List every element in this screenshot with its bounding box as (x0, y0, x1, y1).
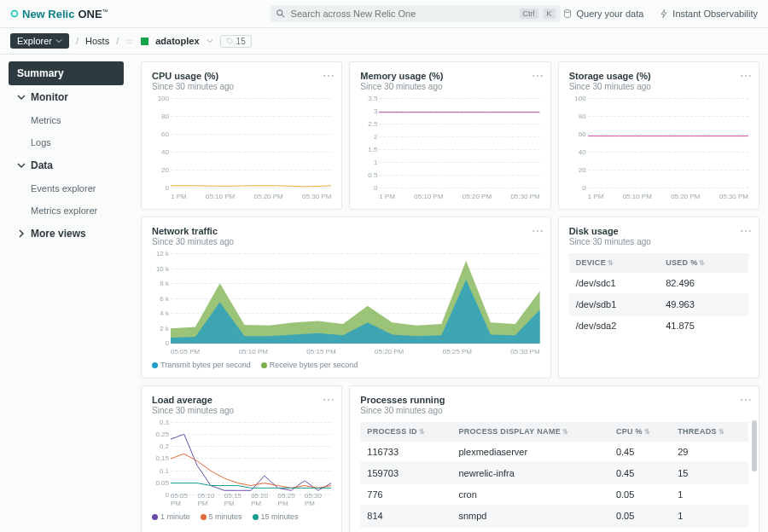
sidebar-item-more-views[interactable]: More views (9, 222, 124, 246)
instant-observability-link[interactable]: Instant Observability (659, 9, 758, 19)
sort-icon: ⇅ (608, 259, 614, 267)
sidebar-label: Data (31, 159, 53, 171)
crumb-hosts[interactable]: Hosts (85, 36, 109, 46)
sidebar-item-summary[interactable]: Summary (9, 61, 124, 85)
search-icon (276, 9, 286, 19)
table-scrollbar[interactable] (752, 420, 757, 471)
star-icon[interactable]: ☆ (125, 36, 134, 47)
legend-label: 5 minutes (209, 512, 242, 521)
col-threads[interactable]: THREADS⇅ (671, 422, 748, 442)
table-row[interactable]: 116793Plex Script Hos0.0512 (360, 527, 748, 533)
load-legend: 1 minute 5 minutes 15 minutes (152, 512, 331, 521)
cell-name: Plex Script Hos (451, 527, 608, 533)
logo-brand: New Relic (22, 8, 74, 20)
tags-button[interactable]: 15 (220, 35, 252, 48)
cell-device: /dev/sdb1 (569, 294, 659, 315)
main-content: ⋯ CPU usage (%) Since 30 minutes ago 100… (132, 55, 768, 532)
logo-icon (10, 9, 19, 18)
cell-pid: 116733 (360, 442, 451, 463)
card-subtitle: Since 30 minutes ago (152, 82, 331, 91)
svg-point-1 (276, 10, 282, 15)
cell-cpu: 0.05 (609, 527, 671, 533)
legend-label: Transmit bytes per second (160, 361, 251, 369)
sidebar-label: Summary (17, 67, 64, 79)
cell-threads: 15 (671, 463, 748, 484)
col-used[interactable]: USED %⇅ (659, 253, 748, 273)
logo[interactable]: New Relic ONE™ (10, 8, 108, 20)
storage-chart[interactable]: 1008060402001 PM05:10 PM05:20 PM05:30 PM (569, 98, 748, 200)
svg-point-0 (12, 11, 18, 17)
card-cpu-usage: ⋯ CPU usage (%) Since 30 minutes ago 100… (141, 61, 342, 210)
memory-chart[interactable]: 3.532.521.510.501 PM05:10 PM05:20 PM05:3… (360, 98, 539, 200)
table-row[interactable]: /dev/sdc182.496 (569, 273, 748, 294)
card-menu-button[interactable]: ⋯ (740, 69, 752, 83)
cell-threads: 12 (671, 527, 748, 533)
card-subtitle: Since 30 minutes ago (360, 82, 539, 91)
tag-count: 15 (236, 37, 246, 46)
status-square-icon (141, 38, 148, 45)
sidebar-label: Events explorer (31, 183, 96, 194)
legend-label: 15 minutes (261, 512, 299, 521)
card-menu-button[interactable]: ⋯ (532, 224, 544, 238)
sort-icon: ⇅ (419, 428, 426, 436)
global-search[interactable]: Ctrl K (271, 5, 561, 22)
table-row[interactable]: 116733plexmediaserver0.4529 (360, 442, 748, 463)
card-title: Processes running (360, 395, 748, 405)
card-title: CPU usage (%) (152, 71, 331, 81)
table-row[interactable]: 814snmpd0.051 (360, 506, 748, 527)
card-menu-button[interactable]: ⋯ (740, 224, 752, 238)
crumb-hostname[interactable]: adatoplex (155, 36, 199, 46)
table-row[interactable]: /dev/sdb149.963 (569, 294, 748, 315)
table-row[interactable]: 776cron0.051 (360, 484, 748, 506)
card-menu-button[interactable]: ⋯ (323, 69, 335, 83)
cell-device: /dev/sdc1 (569, 273, 659, 294)
col-name[interactable]: PROCESS DISPLAY NAME⇅ (451, 422, 608, 442)
card-menu-button[interactable]: ⋯ (740, 393, 752, 407)
search-input[interactable] (291, 9, 515, 19)
explorer-dropdown[interactable]: Explorer (10, 33, 69, 49)
col-pid[interactable]: PROCESS ID⇅ (360, 422, 451, 442)
table-row[interactable]: /dev/sda241.875 (569, 315, 748, 337)
explorer-label: Explorer (17, 36, 52, 46)
sidebar-item-metrics-explorer[interactable]: Metrics explorer (9, 200, 124, 222)
card-title: Network traffic (152, 226, 540, 236)
cpu-chart[interactable]: 1008060402001 PM05:10 PM05:20 PM05:30 PM (152, 98, 331, 200)
chevron-down-icon (17, 161, 26, 170)
breadcrumb: Explorer / Hosts / ☆ adatoplex 15 (0, 28, 768, 55)
query-your-data-link[interactable]: Query your data (562, 9, 643, 19)
card-title: Load average (152, 395, 331, 405)
card-title: Disk usage (569, 226, 748, 236)
sidebar-item-logs[interactable]: Logs (9, 131, 124, 153)
legend-label: Receive bytes per second (270, 361, 358, 369)
cell-cpu: 0.05 (609, 484, 671, 506)
load-chart[interactable]: 0.30.250.20.150.10.05005:05 PM05:10 PM05… (152, 422, 331, 507)
chevron-down-icon (17, 93, 26, 101)
sidebar-item-data[interactable]: Data (9, 153, 124, 177)
kbd-ctrl: Ctrl (520, 9, 538, 19)
logo-product: ONE (78, 8, 102, 20)
sidebar-item-metrics[interactable]: Metrics (9, 109, 124, 131)
legend-dot-icon (152, 514, 158, 520)
sort-icon: ⇅ (562, 428, 569, 436)
top-header: New Relic ONE™ Ctrl K Query your data In… (0, 0, 768, 28)
legend-dot-icon (253, 514, 259, 520)
card-menu-button[interactable]: ⋯ (323, 393, 335, 407)
card-processes-running: ⋯ Processes running Since 30 minutes ago… (349, 385, 759, 532)
cell-name: plexmediaserver (451, 442, 608, 463)
card-subtitle: Since 30 minutes ago (360, 406, 748, 415)
network-chart[interactable]: 12 k10 k8 k6 k4 k2 k005:05 PM05:10 PM05:… (152, 253, 540, 356)
sidebar-label: More views (31, 228, 86, 240)
card-network-traffic: ⋯ Network traffic Since 30 minutes ago 1… (141, 217, 551, 379)
table-row[interactable]: 159703newrelic-infra0.4515 (360, 463, 748, 484)
card-menu-button[interactable]: ⋯ (532, 69, 544, 83)
cell-threads: 1 (671, 506, 748, 527)
network-legend: Transmit bytes per second Receive bytes … (152, 361, 540, 369)
chevron-down-icon[interactable] (207, 38, 213, 44)
database-icon (562, 9, 573, 19)
sort-icon: ⇅ (699, 259, 706, 267)
col-device[interactable]: DEVICE⇅ (569, 253, 659, 273)
cell-device: /dev/sda2 (569, 315, 659, 337)
sidebar-item-events-explorer[interactable]: Events explorer (9, 177, 124, 200)
sidebar-item-monitor[interactable]: Monitor (9, 85, 124, 109)
col-cpu[interactable]: CPU %⇅ (609, 422, 671, 442)
